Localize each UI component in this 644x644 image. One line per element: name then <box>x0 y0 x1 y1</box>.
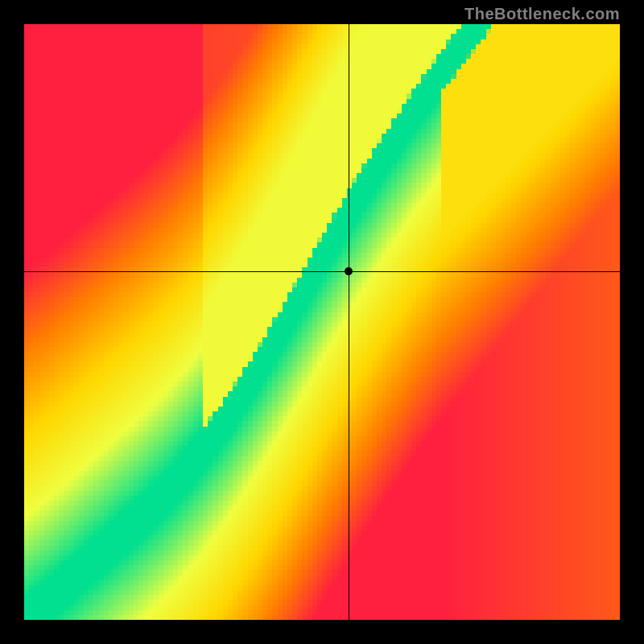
watermark-text: TheBottleneck.com <box>464 5 620 23</box>
selection-marker-dot[interactable] <box>345 267 353 275</box>
crosshair-vertical <box>349 24 349 620</box>
chart-container: TheBottleneck.com <box>0 0 644 644</box>
crosshair-horizontal <box>24 271 620 272</box>
heatmap-canvas <box>24 24 620 620</box>
plot-area[interactable] <box>24 24 620 620</box>
